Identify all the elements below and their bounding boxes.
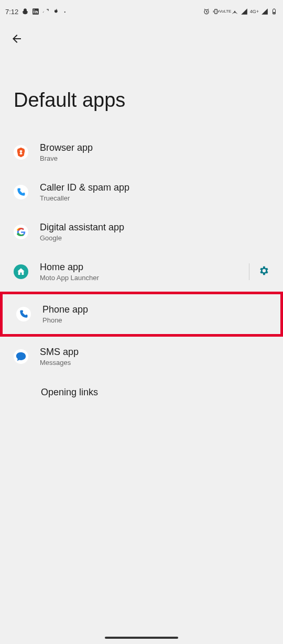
item-title: SMS app	[40, 347, 269, 358]
item-subtitle: Truecaller	[40, 194, 269, 202]
network-type: 4G+	[250, 9, 259, 14]
sms-app-item[interactable]: SMS app Messages	[0, 337, 283, 376]
signal-icon-2	[261, 8, 268, 15]
phone-app-item[interactable]: Phone app Phone	[3, 294, 280, 334]
vibrate-icon	[212, 8, 220, 15]
home-settings-button[interactable]	[249, 263, 269, 280]
battery-icon	[270, 8, 278, 15]
sms-icon	[14, 349, 28, 364]
page-title: Default apps	[0, 58, 283, 132]
item-subtitle: Brave	[40, 154, 269, 162]
opening-links-label: Opening links	[41, 387, 242, 398]
phone-icon	[16, 307, 31, 321]
svg-point-2	[34, 9, 35, 10]
item-subtitle: Google	[40, 234, 269, 242]
google-icon	[14, 225, 28, 239]
caller-id-app-item[interactable]: Caller ID & spam app Truecaller	[0, 172, 283, 212]
status-right: VoLTE 4G+	[203, 8, 278, 15]
browser-app-item[interactable]: Browser app Brave	[0, 132, 283, 172]
tinder-icon	[53, 8, 60, 15]
back-button[interactable]	[0, 23, 283, 58]
home-app-item[interactable]: Home app Moto App Launcher	[0, 252, 283, 292]
default-apps-list: Browser app Brave Caller ID & spam app T…	[0, 132, 283, 409]
item-body: Caller ID & spam app Truecaller	[40, 182, 269, 202]
item-title: Digital assistant app	[40, 222, 269, 233]
navigation-handle[interactable]	[105, 637, 178, 639]
brave-icon	[14, 145, 28, 160]
svg-rect-8	[274, 12, 275, 14]
truecaller-icon	[14, 185, 28, 199]
item-body: Digital assistant app Google	[40, 222, 269, 242]
signal-icon-1	[241, 8, 248, 15]
missed-call-icon	[42, 8, 50, 15]
back-arrow-icon	[10, 34, 23, 48]
status-bar: 7:12 · VoLTE 4G+	[0, 0, 283, 23]
opening-links-item[interactable]: Opening links	[0, 376, 283, 409]
gear-icon	[258, 265, 269, 279]
snapchat-icon	[21, 8, 29, 15]
home-icon	[14, 264, 28, 279]
digital-assistant-app-item[interactable]: Digital assistant app Google	[0, 212, 283, 252]
item-title: Browser app	[40, 142, 269, 153]
item-subtitle: Moto App Launcher	[40, 274, 244, 282]
linkedin-icon	[32, 8, 39, 15]
svg-rect-7	[274, 9, 275, 9]
item-body: Phone app Phone	[42, 304, 267, 324]
volte-icon: VoLTE	[222, 8, 229, 15]
item-subtitle: Messages	[40, 359, 269, 367]
item-title: Caller ID & spam app	[40, 182, 269, 193]
status-left: 7:12 ·	[5, 8, 66, 16]
item-title: Phone app	[42, 304, 267, 315]
item-body: Browser app Brave	[40, 142, 269, 162]
svg-rect-4	[214, 9, 217, 14]
hotspot-icon	[231, 8, 238, 15]
item-subtitle: Phone	[42, 316, 267, 324]
highlight-box: Phone app Phone	[0, 292, 283, 337]
item-title: Home app	[40, 262, 244, 273]
item-body: Home app Moto App Launcher	[40, 262, 244, 282]
status-time: 7:12	[5, 8, 18, 16]
alarm-icon	[203, 8, 210, 15]
item-body: SMS app Messages	[40, 347, 269, 367]
svg-rect-1	[34, 10, 35, 13]
